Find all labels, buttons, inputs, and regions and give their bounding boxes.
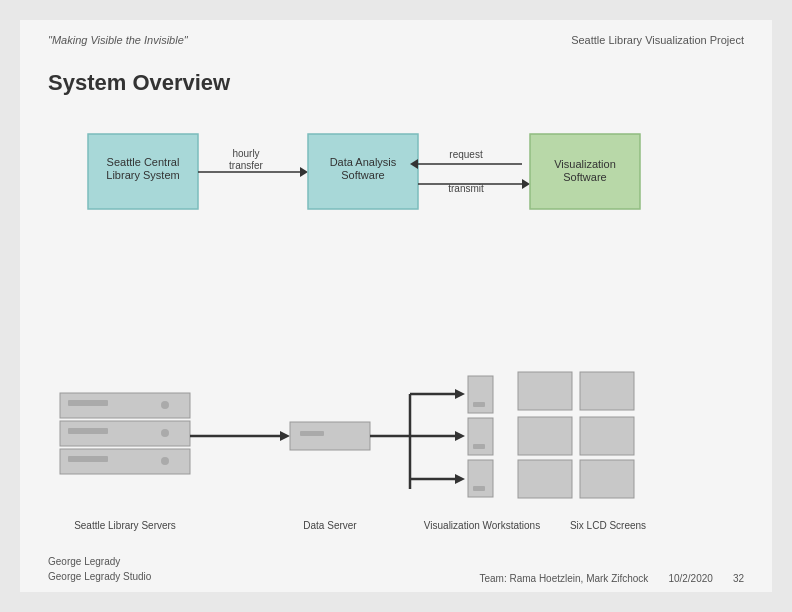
svg-text:Seattle Library Servers: Seattle Library Servers (74, 520, 176, 531)
svg-rect-51 (580, 460, 634, 498)
section-title: System Overview (48, 70, 744, 96)
svg-rect-49 (580, 417, 634, 455)
svg-text:Seattle Central: Seattle Central (107, 156, 180, 168)
top-diagram-svg: Seattle Central Library System hourly tr… (78, 114, 738, 224)
footer-team: Team: Rama Hoetzlein, Mark Zifchock (479, 573, 648, 584)
svg-rect-43 (473, 444, 485, 449)
svg-rect-47 (580, 372, 634, 410)
footer-name2: George Legrady Studio (48, 569, 151, 584)
svg-text:transfer: transfer (229, 160, 264, 171)
svg-marker-29 (280, 431, 290, 441)
footer-name1: George Legrady (48, 554, 151, 569)
svg-rect-45 (473, 486, 485, 491)
header-project-title: Seattle Library Visualization Project (571, 34, 744, 46)
svg-rect-40 (468, 376, 493, 413)
svg-rect-31 (300, 431, 324, 436)
svg-text:Six LCD Screens: Six LCD Screens (570, 520, 646, 531)
bottom-diagram-svg: Seattle Library Servers Data Server Visu… (50, 364, 770, 539)
top-diagram: Seattle Central Library System hourly tr… (78, 114, 744, 227)
slide: "Making Visible the Invisible" Seattle L… (20, 20, 772, 592)
svg-text:request: request (449, 149, 483, 160)
svg-text:Software: Software (341, 169, 384, 181)
svg-text:Data Server: Data Server (303, 520, 357, 531)
svg-text:Data Analysis: Data Analysis (330, 156, 397, 168)
svg-marker-6 (300, 167, 308, 177)
svg-text:Library System: Library System (106, 169, 179, 181)
footer-page: 32 (733, 573, 744, 584)
svg-rect-50 (518, 460, 572, 498)
svg-rect-48 (518, 417, 572, 455)
svg-rect-23 (68, 428, 108, 434)
svg-rect-20 (68, 456, 108, 462)
footer: George Legrady George Legrady Studio Tea… (48, 554, 744, 584)
footer-right: Team: Rama Hoetzlein, Mark Zifchock 10/2… (479, 573, 744, 584)
footer-date: 10/2/2020 (668, 573, 713, 584)
bottom-diagram: Seattle Library Servers Data Server Visu… (50, 364, 762, 542)
svg-text:Software: Software (563, 171, 606, 183)
svg-marker-15 (522, 179, 530, 189)
svg-text:hourly: hourly (232, 148, 259, 159)
svg-marker-35 (455, 389, 465, 399)
svg-point-24 (161, 429, 169, 437)
svg-marker-37 (455, 431, 465, 441)
svg-rect-46 (518, 372, 572, 410)
header-subtitle: "Making Visible the Invisible" (48, 34, 188, 46)
footer-left: George Legrady George Legrady Studio (48, 554, 151, 584)
svg-text:Visualization Workstations: Visualization Workstations (424, 520, 540, 531)
svg-rect-41 (473, 402, 485, 407)
svg-marker-39 (455, 474, 465, 484)
svg-point-27 (161, 401, 169, 409)
svg-rect-42 (468, 418, 493, 455)
svg-point-21 (161, 457, 169, 465)
svg-rect-44 (468, 460, 493, 497)
svg-rect-26 (68, 400, 108, 406)
svg-text:Visualization: Visualization (554, 158, 616, 170)
